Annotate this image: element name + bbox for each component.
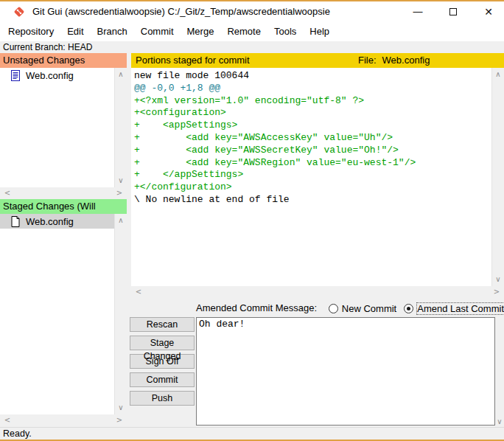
scroll-down-icon[interactable]: ∨ bbox=[492, 274, 504, 285]
current-branch-bar: Current Branch: HEAD bbox=[0, 41, 504, 53]
scroll-up-icon[interactable]: ∧ bbox=[492, 69, 504, 80]
unstaged-changes-header: Unstaged Changes bbox=[0, 53, 127, 68]
diff-line: new file mode 100644 bbox=[134, 70, 491, 83]
diff-vertical-scrollbar[interactable]: ∧ ∨ bbox=[491, 68, 504, 286]
diff-line: + <add key="AWSAccessKey" value="Uh"/> bbox=[134, 132, 491, 145]
scroll-down-icon[interactable]: ∨ bbox=[115, 175, 127, 187]
diff-header-title: Portions staged for commit bbox=[134, 53, 250, 68]
diff-line: +<?xml version="1.0" encoding="utf-8" ?> bbox=[134, 95, 491, 108]
action-button[interactable]: Rescan bbox=[130, 317, 195, 332]
unstaged-file-list: Web.config ∧ ∨ bbox=[0, 68, 127, 187]
staged-changes-header: Staged Changes (Will Commit) bbox=[0, 199, 127, 214]
unstaged-vertical-scrollbar[interactable]: ∧ ∨ bbox=[114, 68, 127, 187]
diff-line-text: + </appSettings> bbox=[134, 169, 243, 180]
diff-line: +<configuration> bbox=[134, 107, 491, 119]
diff-line-text: +<configuration> bbox=[134, 107, 226, 118]
maximize-icon bbox=[449, 8, 457, 15]
commit-message-header: Amended Commit Message: New Commit Amend… bbox=[131, 301, 504, 316]
diff-line-text: +</configuration> bbox=[134, 181, 232, 192]
scroll-right-icon[interactable]: > bbox=[113, 414, 125, 426]
menu-bar: RepositoryEditBranchCommitMergeRemoteToo… bbox=[0, 22, 504, 41]
menu-item[interactable]: Commit bbox=[134, 22, 181, 41]
new-commit-radio[interactable]: New Commit bbox=[329, 303, 396, 314]
amend-last-commit-radio[interactable]: Amend Last Commit bbox=[404, 303, 504, 314]
commit-message-input[interactable]: Oh dear! bbox=[196, 317, 495, 426]
scroll-up-icon[interactable]: ∧ bbox=[115, 69, 127, 80]
diff-file-label: File: bbox=[358, 53, 377, 68]
amend-last-commit-radio-label: Amend Last Commit bbox=[417, 303, 504, 314]
close-button[interactable]: ✕ bbox=[476, 1, 501, 22]
action-button[interactable]: Stage Changed bbox=[130, 336, 195, 350]
diff-line: + </appSettings> bbox=[134, 169, 491, 181]
scroll-left-icon[interactable]: < bbox=[133, 286, 144, 298]
diff-line: +</configuration> bbox=[134, 181, 491, 194]
menu-item[interactable]: Tools bbox=[267, 22, 303, 41]
diff-text: new file mode 100644 @@ -0,0 +1,8 @@ +<?… bbox=[131, 68, 491, 286]
unstaged-file-row[interactable]: Web.config bbox=[0, 68, 114, 83]
menu-item[interactable]: Edit bbox=[60, 22, 90, 41]
diff-line-text: \ No newline at end of file bbox=[134, 194, 290, 205]
current-branch-label: Current Branch: HEAD bbox=[3, 42, 92, 52]
action-button[interactable]: Commit bbox=[130, 372, 195, 387]
git-gui-window: Git Gui (awscredentialwoopsie) C:/_Git/z… bbox=[0, 0, 504, 441]
menu-item[interactable]: Merge bbox=[181, 22, 221, 41]
scroll-left-icon[interactable]: < bbox=[1, 414, 13, 426]
scroll-down-icon[interactable]: ∨ bbox=[495, 417, 504, 426]
diff-line: \ No newline at end of file bbox=[134, 194, 491, 206]
minimize-button[interactable]: — bbox=[405, 1, 430, 22]
new-commit-radio-label: New Commit bbox=[342, 303, 396, 314]
scroll-down-icon[interactable]: ∨ bbox=[115, 402, 127, 414]
diff-header: Portions staged for commit File: Web.con… bbox=[131, 53, 504, 68]
menu-item[interactable]: Remote bbox=[220, 22, 267, 41]
diff-line-text: +<?xml version="1.0" encoding="utf-8" ?> bbox=[134, 95, 364, 106]
file-name: Web.config bbox=[26, 70, 74, 81]
diff-line: @@ -0,0 +1,8 @@ bbox=[134, 83, 491, 95]
title-bar: Git Gui (awscredentialwoopsie) C:/_Git/z… bbox=[0, 1, 504, 22]
status-bar: Ready. bbox=[0, 427, 504, 440]
unstaged-horizontal-scrollbar[interactable]: < > bbox=[0, 187, 127, 199]
git-app-icon bbox=[13, 5, 26, 18]
diff-line-text: + <add key="AWSSecretKey" value="Oh!"/> bbox=[134, 145, 399, 156]
diff-file-name: Web.config bbox=[382, 53, 430, 68]
diff-horizontal-scrollbar[interactable]: < > bbox=[131, 286, 504, 298]
menu-item[interactable]: Help bbox=[303, 22, 336, 41]
maximize-button[interactable] bbox=[441, 1, 466, 22]
staged-file-list: Web.config ∧ ∨ bbox=[0, 214, 127, 414]
diff-line-text: + <add key="AWSAccessKey" value="Uh"/> bbox=[134, 132, 393, 143]
commit-message-text: Oh dear! bbox=[199, 319, 245, 330]
action-button[interactable]: Push bbox=[130, 391, 195, 406]
diff-view[interactable]: new file mode 100644 @@ -0,0 +1,8 @@ +<?… bbox=[131, 68, 504, 286]
staged-file-row[interactable]: Web.config bbox=[0, 214, 114, 229]
staged-vertical-scrollbar[interactable]: ∧ ∨ bbox=[114, 214, 127, 414]
window-title: Git Gui (awscredentialwoopsie) C:/_Git/z… bbox=[32, 1, 330, 22]
scroll-right-icon[interactable]: > bbox=[113, 187, 125, 199]
diff-line-text: @@ -0,0 +1,8 @@ bbox=[134, 83, 220, 94]
commit-message-scrollbar[interactable]: ∨ bbox=[495, 317, 504, 426]
status-text: Ready. bbox=[3, 428, 32, 439]
close-icon: ✕ bbox=[484, 6, 493, 18]
scroll-left-icon[interactable]: < bbox=[1, 187, 13, 199]
menu-item[interactable]: Branch bbox=[91, 22, 134, 41]
commit-message-label: Amended Commit Message: bbox=[196, 301, 317, 316]
diff-line: + <appSettings> bbox=[134, 119, 491, 132]
minimize-icon: — bbox=[413, 6, 423, 17]
staged-horizontal-scrollbar[interactable]: < > bbox=[0, 414, 127, 426]
radio-off-icon[interactable] bbox=[329, 304, 338, 313]
menu-item[interactable]: Repository bbox=[1, 22, 60, 41]
commit-type-radio-group: New Commit Amend Last Commit bbox=[329, 301, 504, 316]
modified-file-icon bbox=[10, 70, 21, 81]
diff-line-text: + <add key="AWSRegion" value="eu-west-1"… bbox=[134, 157, 416, 168]
action-button[interactable]: Sign Off bbox=[130, 354, 195, 369]
diff-line-text: + <appSettings> bbox=[134, 119, 237, 131]
file-name: Web.config bbox=[26, 216, 74, 227]
diff-line: + <add key="AWSRegion" value="eu-west-1"… bbox=[134, 157, 491, 170]
action-button-column: RescanStage ChangedSign OffCommitPush bbox=[130, 317, 195, 409]
diff-line-text: new file mode 100644 bbox=[134, 70, 249, 81]
radio-on-icon[interactable] bbox=[404, 304, 413, 313]
new-file-icon bbox=[10, 216, 21, 227]
scroll-up-icon[interactable]: ∧ bbox=[115, 215, 127, 226]
scroll-right-icon[interactable]: > bbox=[491, 286, 503, 298]
diff-line: + <add key="AWSSecretKey" value="Oh!"/> bbox=[134, 145, 491, 157]
